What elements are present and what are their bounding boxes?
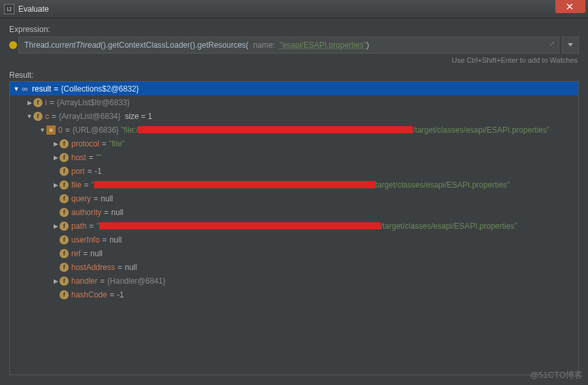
field-icon: f: [60, 139, 69, 148]
expand-arrow[interactable]: ▶: [52, 223, 60, 229]
var-name: 0: [58, 126, 63, 135]
obj-text: {Handler@6841}: [107, 276, 165, 286]
var-name: file: [71, 180, 81, 190]
titlebar: IJ Evaluate: [0, 0, 588, 18]
var-name: path: [71, 222, 86, 231]
val: -1: [117, 290, 124, 299]
field-icon: f: [60, 208, 69, 217]
val-prefix: "file:/: [121, 126, 138, 135]
expr-param-name: name:: [253, 41, 275, 50]
var-name: c: [45, 112, 49, 121]
var-name: authority: [71, 208, 101, 217]
tree-row-result[interactable]: ▼ ∞ result = {Collections$2@6832}: [10, 82, 578, 95]
tree-row-hashcode[interactable]: f hashCode = -1: [10, 288, 578, 301]
result-tree[interactable]: ▼ ∞ result = {Collections$2@6832} ▶ f i …: [9, 81, 579, 375]
tree-row-c[interactable]: ▼ f c = {ArrayList@6834} size = 1: [10, 109, 578, 123]
history-dropdown[interactable]: [562, 37, 579, 54]
field-icon: f: [60, 249, 69, 258]
app-icon: IJ: [4, 4, 14, 14]
expr-chain-italic: currentThread: [51, 41, 100, 50]
tree-row-ref[interactable]: f ref = null: [10, 246, 578, 260]
expand-arrow[interactable]: ▶: [52, 154, 60, 161]
tree-row-file[interactable]: ▶ f file = "target/classes/esapi/ESAPI.p…: [10, 178, 578, 192]
tree-row-authority[interactable]: f authority = null: [10, 205, 578, 219]
close-button[interactable]: [555, 0, 585, 13]
infinity-icon: ∞: [20, 84, 29, 93]
window-buttons: [555, 0, 588, 18]
var-name: handler: [71, 276, 97, 286]
redacted: [99, 222, 381, 229]
tree-row-hostaddress[interactable]: f hostAddress = null: [10, 260, 578, 274]
val: null: [125, 263, 137, 272]
val: "": [96, 153, 102, 162]
val-suffix: /target/classes/esapi/ESAPI.properties": [381, 222, 517, 231]
result-label: Result:: [9, 71, 579, 80]
expr-prefix: Thread.: [24, 41, 51, 50]
expr-param-value: "esapi/ESAPI.properties": [280, 41, 367, 50]
field-icon: f: [60, 290, 69, 299]
expand-arrow[interactable]: ▼: [12, 86, 20, 92]
tree-row-port[interactable]: f port = -1: [10, 164, 578, 178]
expand-arrow[interactable]: ▶: [52, 182, 60, 188]
val: -1: [95, 167, 102, 176]
tree-row-handler[interactable]: ▶ f handler = {Handler@6841}: [10, 274, 578, 288]
chevron-down-icon: [568, 43, 573, 47]
var-name: port: [71, 167, 85, 176]
val: null: [90, 249, 103, 258]
var-name: query: [71, 194, 91, 203]
field-icon: f: [60, 194, 69, 203]
bulb-icon[interactable]: [9, 41, 17, 49]
var-name: userInfo: [71, 235, 99, 244]
redacted: [138, 126, 413, 133]
tree-row-path[interactable]: ▶ f path = "/target/classes/esapi/ESAPI.…: [10, 219, 578, 233]
val-suffix: target/classes/esapi/ESAPI.properties": [375, 180, 510, 190]
tree-row-host[interactable]: ▶ f host = "": [10, 150, 578, 164]
field-icon: f: [33, 98, 43, 107]
window-title: Evaluate: [18, 5, 555, 14]
field-icon: f: [60, 180, 69, 190]
obj-text: {URL@6836}: [73, 126, 119, 135]
size-text: size = 1: [120, 112, 152, 121]
expand-arrow[interactable]: ▼: [39, 127, 46, 133]
var-name: ref: [71, 249, 80, 258]
field-icon: f: [60, 153, 69, 162]
hint-text: Use Ctrl+Shift+Enter to add to Watches: [9, 56, 578, 64]
expand-arrow[interactable]: ▶: [26, 99, 33, 106]
expression-input[interactable]: Thread.currentThread().getContextClassLo…: [18, 37, 559, 54]
redacted: [94, 181, 375, 188]
expand-arrow[interactable]: ▶: [52, 141, 60, 147]
field-icon: f: [60, 235, 69, 244]
obj-text: {ArrayList@6834}: [59, 112, 120, 121]
expr-suffix: ): [366, 41, 369, 50]
val: "file": [109, 139, 125, 148]
var-name: host: [71, 153, 86, 162]
expression-label: Expression:: [9, 25, 579, 34]
array-element-icon: ≡: [46, 126, 56, 135]
field-icon: f: [60, 276, 69, 286]
var-name: hostAddress: [71, 263, 115, 272]
expr-chain-rest: ().getContextClassLoader().getResources(: [101, 41, 249, 50]
val: null: [101, 194, 113, 203]
tree-row-i[interactable]: ▶ f i = {ArrayList$Itr@6833}: [10, 95, 578, 109]
obj-text: {ArrayList$Itr@6833}: [57, 98, 130, 107]
field-icon: f: [60, 222, 69, 231]
field-icon: f: [60, 167, 69, 176]
equals: =: [54, 84, 58, 93]
obj-text: {Collections$2@6832}: [61, 84, 139, 93]
var-name: hashCode: [71, 290, 107, 299]
field-icon: f: [33, 112, 43, 121]
tree-row-protocol[interactable]: ▶ f protocol = "file": [10, 137, 578, 150]
var-name: result: [32, 84, 51, 93]
val: null: [111, 208, 124, 217]
field-icon: f: [60, 263, 69, 272]
var-name: protocol: [71, 139, 99, 148]
tree-row-userinfo[interactable]: f userInfo = null: [10, 233, 578, 246]
close-icon: [566, 3, 574, 10]
expand-arrow[interactable]: ▼: [26, 113, 33, 120]
var-name: i: [45, 98, 47, 107]
val: null: [109, 235, 122, 244]
tree-row-query[interactable]: f query = null: [10, 192, 578, 205]
expand-icon[interactable]: ⤢: [549, 40, 555, 47]
expand-arrow[interactable]: ▶: [52, 278, 60, 284]
tree-row-index0[interactable]: ▼ ≡ 0 = {URL@6836} "file://target/classe…: [10, 123, 578, 137]
